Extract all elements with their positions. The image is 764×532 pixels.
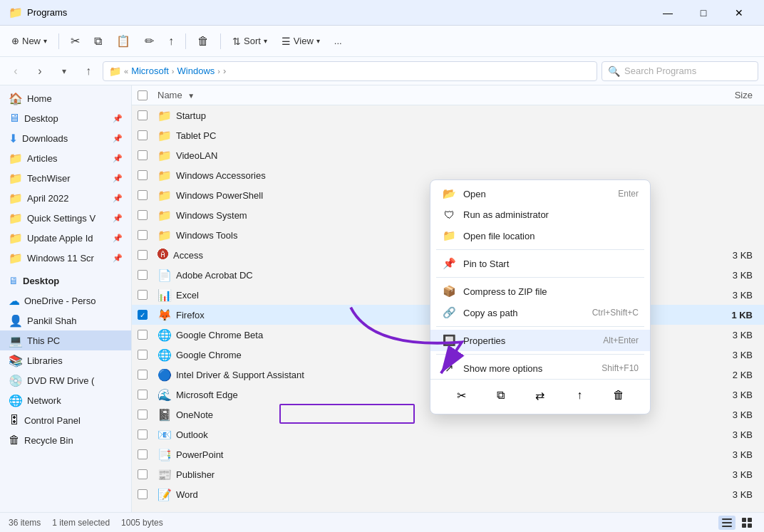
row-checkbox[interactable]	[138, 390, 148, 400]
sidebar-item-articles[interactable]: 📁 Articles 📌	[0, 148, 131, 168]
back-button[interactable]: ‹	[6, 61, 26, 81]
row-checkbox[interactable]	[138, 410, 148, 419]
sidebar-item-recycle[interactable]: 🗑 Recycle Bin	[0, 430, 131, 450]
ctx-delete-btn[interactable]: 🗑	[607, 384, 630, 407]
titlebar-controls: — □ ✕	[651, 2, 755, 24]
list-view-button[interactable]	[718, 516, 735, 530]
header-name[interactable]: Name ▼	[158, 90, 716, 100]
cut-button[interactable]: ✂	[65, 31, 86, 51]
select-all-checkbox[interactable]	[138, 90, 148, 100]
ctx-open-location[interactable]: 📁 Open file location	[430, 225, 650, 246]
pin-icon: 📌	[113, 134, 123, 143]
row-checkbox[interactable]	[138, 150, 148, 160]
row-checkbox[interactable]	[138, 350, 148, 360]
sort-button[interactable]: ⇅ Sort ▾	[227, 33, 273, 50]
view-button[interactable]: ☰ View ▾	[276, 33, 326, 50]
sidebar-item-label: Quick Settings V	[27, 213, 108, 224]
ctx-open[interactable]: 📂 Open Enter	[430, 183, 650, 204]
sidebar-item-home[interactable]: 🏠 Home	[0, 88, 131, 108]
row-checkbox[interactable]	[138, 190, 148, 200]
row-checkbox[interactable]	[138, 130, 148, 140]
row-checkbox[interactable]	[138, 449, 148, 459]
forward-button[interactable]: ›	[30, 61, 50, 81]
sidebar-item-updateapple[interactable]: 📁 Update Apple Id 📌	[0, 228, 131, 248]
header-size[interactable]: Size	[716, 90, 758, 100]
outlook-icon: 📧	[158, 428, 172, 442]
ctx-paste-btn[interactable]: ⇄	[529, 384, 552, 407]
row-checkbox[interactable]	[138, 429, 148, 439]
ctx-properties[interactable]: 🔲 Properties Alt+Enter	[430, 330, 650, 351]
breadcrumb-windows[interactable]: Windows	[177, 66, 215, 76]
sidebar-item-dvd[interactable]: 💿 DVD RW Drive (	[0, 370, 131, 390]
more-button[interactable]: ...	[329, 33, 348, 49]
row-checkbox[interactable]	[138, 330, 148, 340]
row-checkbox[interactable]	[138, 170, 148, 180]
breadcrumb-bar[interactable]: 📁 « Microsoft › Windows › ›	[103, 61, 597, 81]
sidebar-item-techwiser[interactable]: 📁 TechWiser 📌	[0, 168, 131, 188]
svg-rect-6	[742, 523, 746, 528]
ctx-more-options[interactable]: ↗ Show more options Shift+F10	[430, 358, 650, 379]
sidebar-item-thispc[interactable]: 💻 This PC	[0, 330, 131, 350]
table-row[interactable]: 📑 PowerPoint 3 KB	[132, 444, 764, 464]
toolbar-separator-1	[58, 33, 59, 49]
sidebar-item-downloads[interactable]: ⬇ Downloads 📌	[0, 128, 131, 148]
ctx-separator-1	[436, 249, 644, 250]
search-bar[interactable]: 🔍 Search Programs	[602, 61, 758, 81]
sidebar-item-desktop-pinned[interactable]: 🖥 Desktop 📌	[0, 108, 131, 128]
breadcrumb-microsoft[interactable]: Microsoft	[131, 66, 169, 76]
row-checkbox[interactable]	[138, 290, 148, 300]
table-row[interactable]: 📁 Startup	[132, 105, 764, 125]
row-checkbox[interactable]	[138, 489, 148, 499]
ctx-pin-start[interactable]: 📌 Pin to Start	[430, 253, 650, 274]
sidebar-item-network[interactable]: 🌐 Network	[0, 390, 131, 410]
sidebar-item-pankil[interactable]: 👤 Pankil Shah	[0, 311, 131, 330]
moreoptions-icon: ↗	[442, 362, 456, 375]
row-checkbox[interactable]	[138, 210, 148, 220]
rename-button[interactable]: ✏	[139, 31, 160, 51]
folder-icon: 📁	[158, 129, 172, 142]
grid-view-button[interactable]	[738, 516, 755, 530]
row-checkbox[interactable]	[138, 110, 148, 120]
copy-button[interactable]: ⧉	[88, 32, 108, 51]
delete-button[interactable]: 🗑	[192, 32, 215, 51]
table-row[interactable]: 📧 Outlook 3 KB	[132, 424, 764, 444]
row-checkbox[interactable]	[138, 270, 148, 280]
sidebar-item-april2022[interactable]: 📁 April 2022 📌	[0, 188, 131, 208]
table-row[interactable]: 📰 Publisher 3 KB	[132, 464, 764, 484]
up-button[interactable]: ↑	[78, 61, 98, 81]
sidebar-item-quicksettings[interactable]: 📁 Quick Settings V 📌	[0, 208, 131, 228]
titlebar-icon: 📁	[9, 6, 23, 19]
ctx-copy-btn[interactable]: ⧉	[490, 384, 512, 407]
maximize-button[interactable]: □	[687, 2, 720, 24]
paste-button[interactable]: 📋	[110, 31, 136, 51]
ctx-compress[interactable]: 📦 Compress to ZIP file	[430, 281, 650, 302]
sidebar-item-onedrive[interactable]: ☁ OneDrive - Perso	[0, 291, 131, 311]
table-row[interactable]: 📁 VideoLAN	[132, 145, 764, 165]
sidebar-item-controlpanel[interactable]: 🎛 Control Panel	[0, 410, 131, 430]
ctx-share-btn[interactable]: ↑	[568, 384, 591, 407]
table-row[interactable]: 📁 Tablet PC	[132, 125, 764, 145]
ctx-run-admin[interactable]: 🛡 Run as administrator	[430, 204, 650, 225]
row-checkbox[interactable]	[138, 230, 148, 240]
toolbar: ⊕ New ▾ ✂ ⧉ 📋 ✏ ↑ 🗑 ⇅ Sort ▾ ☰ View ▾ ..…	[0, 26, 764, 57]
pin-icon: 📌	[113, 174, 123, 183]
share-button[interactable]: ↑	[162, 32, 180, 51]
sidebar-item-libraries[interactable]: 📚 Libraries	[0, 350, 131, 370]
row-checkbox-firefox[interactable]: ✓	[138, 310, 148, 320]
minimize-button[interactable]: —	[651, 2, 684, 24]
row-checkbox[interactable]	[138, 370, 148, 380]
recent-button[interactable]: ▾	[54, 61, 74, 81]
word-icon: 📝	[158, 488, 172, 501]
new-button[interactable]: ⊕ New ▾	[6, 33, 53, 49]
table-row[interactable]: 📝 Word 3 KB	[132, 484, 764, 504]
row-checkbox[interactable]	[138, 469, 148, 479]
ctx-copy-path[interactable]: 🔗 Copy as path Ctrl+Shift+C	[430, 302, 650, 323]
sidebar-item-desktop-section: 🖥 Desktop	[0, 271, 131, 291]
onedrive-icon: ☁	[9, 294, 20, 308]
row-checkbox[interactable]	[138, 250, 148, 260]
ctx-cut-btn[interactable]: ✂	[450, 384, 473, 407]
sidebar-item-label: DVD RW Drive (	[27, 375, 123, 386]
header-check[interactable]	[138, 90, 158, 100]
close-button[interactable]: ✕	[723, 2, 755, 24]
sidebar-item-windows11scr[interactable]: 📁 Windows 11 Scr 📌	[0, 248, 131, 268]
